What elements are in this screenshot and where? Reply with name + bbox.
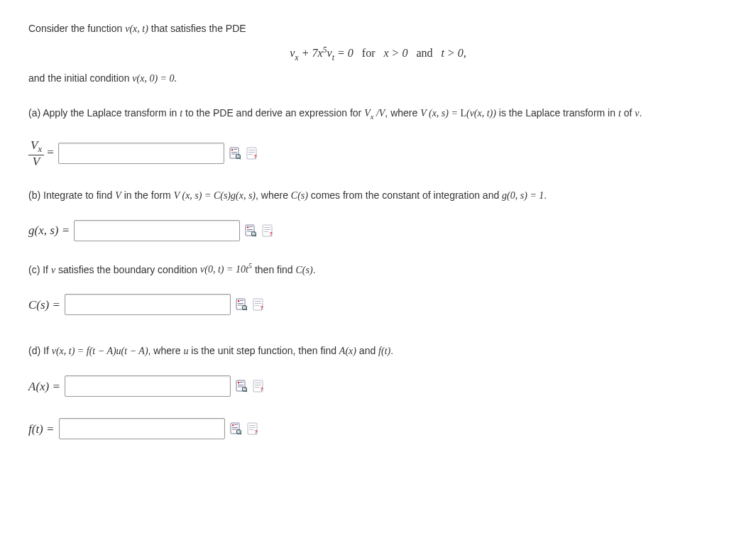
- svg-rect-20: [264, 227, 270, 228]
- text: in the form: [121, 189, 174, 201]
- math-Vform: V (x, s) = C(s)g(x, s): [174, 190, 256, 201]
- svg-rect-26: [240, 300, 243, 301]
- intro-text: Consider the function: [28, 23, 125, 34]
- part-d-label-A: A(x) =: [28, 378, 60, 396]
- svg-rect-52: [232, 429, 238, 430]
- svg-text:?: ?: [254, 429, 257, 434]
- help-icon[interactable]: ?: [252, 297, 265, 312]
- math-bc: v(0, t) = 10t5: [200, 264, 252, 275]
- text: (b) Integrate to find: [28, 189, 115, 201]
- svg-rect-14: [249, 226, 253, 227]
- help-icon[interactable]: ?: [252, 379, 265, 393]
- part-c-prompt: (c) If v satisfies the boundary conditio…: [28, 261, 728, 278]
- preview-icon[interactable]: [229, 422, 242, 436]
- svg-line-42: [246, 391, 247, 392]
- part-d-answer-row-f: f(t) = ?: [28, 418, 728, 439]
- intro-line-2: and the initial condition v(x, 0) = 0.: [28, 71, 728, 86]
- svg-text:?: ?: [261, 305, 263, 310]
- svg-rect-40: [238, 387, 243, 388]
- svg-rect-1: [231, 149, 233, 150]
- preview-icon[interactable]: [229, 146, 241, 160]
- part-c-answer-row: C(s) = ?: [28, 294, 728, 315]
- math-Cs: C(s): [296, 264, 313, 275]
- svg-rect-4: [231, 154, 237, 155]
- text: .: [640, 107, 642, 119]
- svg-rect-38: [240, 382, 243, 383]
- part-a-answer-row: Vx V = ?: [28, 139, 728, 168]
- svg-rect-57: [249, 427, 256, 428]
- part-d-input-A[interactable]: [65, 375, 231, 397]
- text: (c) If: [28, 263, 51, 275]
- svg-rect-21: [264, 229, 270, 230]
- part-c-label: C(s) =: [28, 296, 60, 314]
- svg-line-30: [246, 309, 248, 311]
- svg-text:?: ?: [260, 387, 263, 392]
- part-d-label-f: f(t) =: [28, 420, 55, 439]
- svg-rect-33: [255, 303, 261, 304]
- intro-line-1: Consider the function v(x, t) that satis…: [28, 21, 728, 36]
- part-d: (d) If v(x, t) = f(t − A)u(t − A), where…: [28, 344, 728, 439]
- text: of: [621, 107, 635, 119]
- text: .: [390, 345, 393, 356]
- help-icon[interactable]: ?: [261, 224, 274, 238]
- math-g0: g(0, s) = 1: [502, 190, 544, 201]
- math-ft: f(t): [378, 346, 390, 356]
- svg-rect-13: [247, 226, 248, 228]
- svg-rect-39: [238, 385, 243, 385]
- intro-text: that satisfies the PDE: [151, 23, 246, 34]
- svg-rect-45: [255, 385, 261, 385]
- part-b: (b) Integrate to find V in the form V (x…: [28, 188, 728, 241]
- part-d-prompt: (d) If v(x, t) = f(t − A)u(t − A), where…: [28, 344, 728, 358]
- part-b-input[interactable]: [74, 220, 240, 241]
- svg-rect-2: [234, 149, 237, 150]
- text: is the unit step function, then find: [188, 345, 339, 356]
- svg-rect-49: [232, 424, 234, 426]
- svg-line-54: [240, 434, 241, 435]
- text: , where: [385, 107, 420, 119]
- svg-rect-27: [238, 303, 243, 304]
- svg-rect-25: [238, 300, 239, 302]
- preview-icon[interactable]: [244, 224, 257, 238]
- svg-rect-56: [249, 425, 256, 426]
- text: .: [313, 263, 316, 275]
- svg-rect-46: [255, 387, 259, 388]
- text: and: [356, 345, 378, 356]
- svg-rect-50: [234, 424, 238, 425]
- part-c-input[interactable]: [65, 294, 231, 315]
- part-d-answer-row-A: A(x) = ?: [28, 375, 728, 397]
- intro-text: and the initial condition: [28, 72, 132, 84]
- svg-line-6: [239, 158, 241, 160]
- svg-rect-44: [255, 383, 261, 383]
- part-b-label: g(x, s) =: [28, 221, 70, 240]
- text: is the Laplace transform in: [496, 107, 618, 119]
- part-b-prompt: (b) Integrate to find V in the form V (x…: [28, 188, 728, 203]
- part-a-prompt: (a) Apply the Laplace transform in t to …: [28, 106, 728, 123]
- svg-rect-8: [248, 150, 255, 150]
- text: (a) Apply the Laplace transform in: [28, 107, 180, 119]
- svg-rect-16: [247, 231, 253, 231]
- part-d-input-f[interactable]: [59, 418, 225, 439]
- intro-initial-cond: v(x, 0) = 0.: [132, 73, 177, 84]
- text: to the PDE and derive an expression for: [182, 107, 364, 119]
- help-icon[interactable]: ?: [246, 422, 259, 436]
- text: satisfies the boundary condition: [55, 263, 200, 275]
- text: then find: [252, 263, 296, 275]
- help-icon[interactable]: ?: [246, 146, 258, 160]
- pde-equation: vx + 7x5vt = 0 for x > 0 and t > 0,: [28, 43, 728, 64]
- svg-rect-28: [238, 305, 243, 306]
- math-V: V: [115, 190, 121, 201]
- part-a-input[interactable]: [58, 143, 224, 164]
- text: .: [544, 189, 547, 201]
- svg-rect-37: [238, 382, 239, 383]
- math-Ax: A(x): [339, 346, 356, 356]
- preview-icon[interactable]: [235, 297, 248, 312]
- preview-icon[interactable]: [235, 379, 248, 393]
- equals: =: [47, 145, 54, 159]
- intro-math-vxt: v(x, t): [125, 23, 148, 34]
- part-c: (c) If v satisfies the boundary conditio…: [28, 261, 728, 316]
- part-a-label: Vx V =: [28, 139, 54, 168]
- svg-rect-22: [264, 231, 268, 232]
- svg-text:?: ?: [253, 154, 256, 159]
- svg-rect-3: [231, 152, 237, 153]
- svg-rect-34: [255, 305, 259, 306]
